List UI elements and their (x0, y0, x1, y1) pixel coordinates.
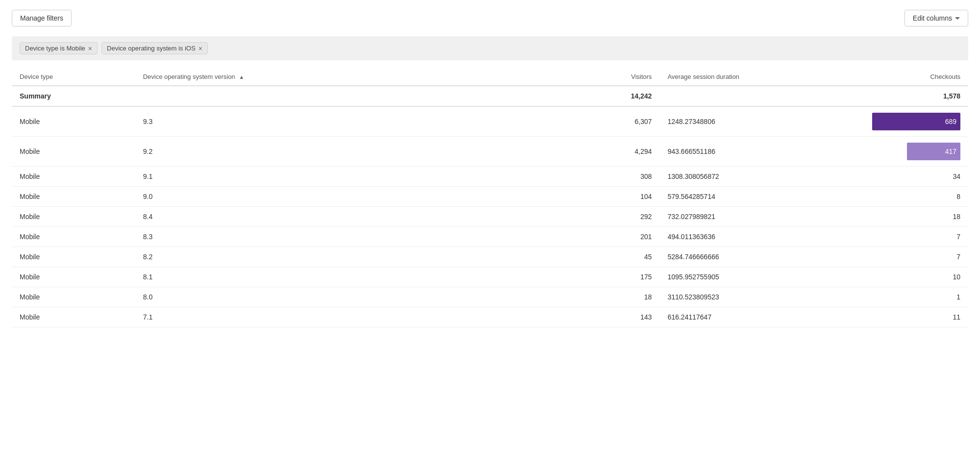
cell-avg-session: 579.564285714 (660, 187, 814, 207)
filter-tag-mobile: Device type is Mobile × (20, 42, 98, 54)
cell-device-type: Mobile (12, 247, 135, 267)
cell-avg-session: 494.011363636 (660, 227, 814, 247)
cell-os-version: 7.1 (135, 307, 583, 327)
cell-avg-session: 943.666551186 (660, 137, 814, 167)
col-header-os-version[interactable]: Device operating system version ▲ (135, 68, 583, 86)
cell-os-version: 8.0 (135, 287, 583, 307)
cell-checkouts: 11 (814, 307, 968, 327)
cell-checkouts: 10 (814, 267, 968, 287)
edit-columns-button[interactable]: Edit columns (905, 10, 968, 26)
cell-checkouts: 34 (814, 167, 968, 187)
cell-checkouts: 689 (814, 106, 968, 137)
summary-checkouts: 1,578 (814, 86, 968, 106)
table-row: Mobile8.11751095.95275590510 (12, 267, 968, 287)
table-row: Mobile7.1143616.2411764711 (12, 307, 968, 327)
table-header-row: Device type Device operating system vers… (12, 68, 968, 86)
cell-os-version: 9.3 (135, 106, 583, 137)
col-header-visitors[interactable]: Visitors (582, 68, 659, 86)
cell-device-type: Mobile (12, 106, 135, 137)
summary-label: Summary (12, 86, 135, 106)
cell-device-type: Mobile (12, 307, 135, 327)
cell-visitors: 6,307 (582, 106, 659, 137)
cell-visitors: 308 (582, 167, 659, 187)
summary-avg-session (660, 86, 814, 106)
cell-avg-session: 5284.746666666 (660, 247, 814, 267)
toolbar: Manage filters Edit columns (12, 10, 968, 26)
cell-device-type: Mobile (12, 287, 135, 307)
cell-avg-session: 3110.523809523 (660, 287, 814, 307)
cell-os-version: 9.2 (135, 137, 583, 167)
cell-visitors: 4,294 (582, 137, 659, 167)
table-row: Mobile9.24,294943.666551186417 (12, 137, 968, 167)
cell-device-type: Mobile (12, 227, 135, 247)
summary-row: Summary 14,242 1,578 (12, 86, 968, 106)
cell-os-version: 9.0 (135, 187, 583, 207)
cell-visitors: 175 (582, 267, 659, 287)
cell-device-type: Mobile (12, 137, 135, 167)
edit-columns-label: Edit columns (913, 14, 952, 22)
filter-tag-mobile-close[interactable]: × (88, 45, 92, 52)
cell-checkouts: 8 (814, 187, 968, 207)
cell-visitors: 292 (582, 207, 659, 227)
cell-checkouts: 7 (814, 227, 968, 247)
col-header-avg-session[interactable]: Average session duration (660, 68, 814, 86)
cell-checkouts: 18 (814, 207, 968, 227)
cell-os-version: 8.1 (135, 267, 583, 287)
cell-os-version: 8.3 (135, 227, 583, 247)
cell-device-type: Mobile (12, 207, 135, 227)
cell-visitors: 201 (582, 227, 659, 247)
filter-tag-ios: Device operating system is iOS × (101, 42, 208, 54)
data-table: Device type Device operating system vers… (12, 68, 968, 327)
table-row: Mobile9.36,3071248.27348806689 (12, 106, 968, 137)
summary-os (135, 86, 583, 106)
cell-os-version: 8.4 (135, 207, 583, 227)
col-header-checkouts[interactable]: Checkouts (814, 68, 968, 86)
cell-device-type: Mobile (12, 187, 135, 207)
table-row: Mobile9.13081308.30805687234 (12, 167, 968, 187)
cell-device-type: Mobile (12, 167, 135, 187)
page-container: Manage filters Edit columns Device type … (0, 0, 980, 469)
filter-tags-bar: Device type is Mobile × Device operating… (12, 36, 968, 60)
cell-avg-session: 1095.952755905 (660, 267, 814, 287)
cell-visitors: 18 (582, 287, 659, 307)
cell-visitors: 104 (582, 187, 659, 207)
summary-visitors: 14,242 (582, 86, 659, 106)
table-row: Mobile8.2455284.7466666667 (12, 247, 968, 267)
table-body: Summary 14,242 1,578 Mobile9.36,3071248.… (12, 86, 968, 327)
chevron-down-icon (955, 17, 960, 20)
cell-avg-session: 1248.27348806 (660, 106, 814, 137)
cell-checkouts: 1 (814, 287, 968, 307)
cell-avg-session: 732.027989821 (660, 207, 814, 227)
cell-avg-session: 616.24117647 (660, 307, 814, 327)
cell-checkouts: 417 (814, 137, 968, 167)
data-table-wrapper: Device type Device operating system vers… (12, 68, 968, 327)
cell-os-version: 9.1 (135, 167, 583, 187)
filter-tag-ios-label: Device operating system is iOS (107, 45, 196, 52)
table-header: Device type Device operating system vers… (12, 68, 968, 86)
table-row: Mobile9.0104579.5642857148 (12, 187, 968, 207)
cell-avg-session: 1308.308056872 (660, 167, 814, 187)
cell-os-version: 8.2 (135, 247, 583, 267)
table-row: Mobile8.4292732.02798982118 (12, 207, 968, 227)
cell-visitors: 143 (582, 307, 659, 327)
filter-tag-mobile-label: Device type is Mobile (25, 45, 85, 52)
cell-visitors: 45 (582, 247, 659, 267)
cell-checkouts: 7 (814, 247, 968, 267)
table-row: Mobile8.3201494.0113636367 (12, 227, 968, 247)
table-row: Mobile8.0183110.5238095231 (12, 287, 968, 307)
filter-tag-ios-close[interactable]: × (199, 45, 202, 52)
col-header-device-type[interactable]: Device type (12, 68, 135, 86)
manage-filters-button[interactable]: Manage filters (12, 10, 72, 26)
cell-device-type: Mobile (12, 267, 135, 287)
sort-asc-icon: ▲ (239, 74, 244, 80)
